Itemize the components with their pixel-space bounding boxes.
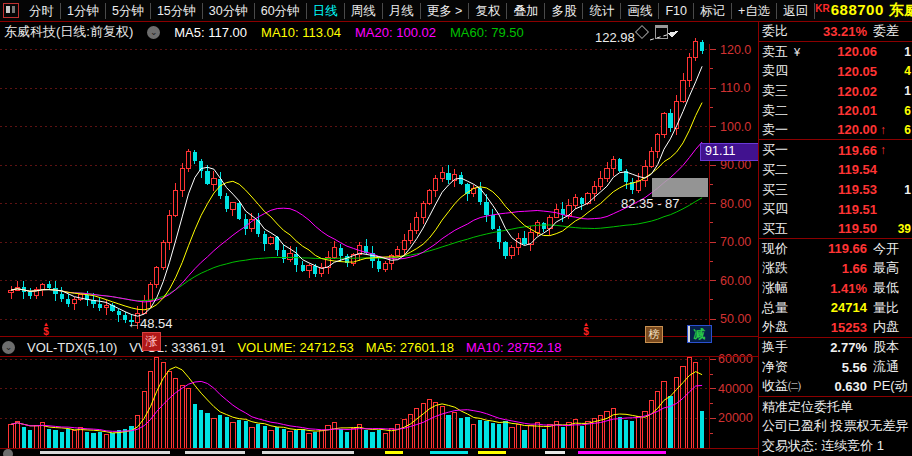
dollar-glyph: $ [580, 327, 592, 336]
svg-text:70.00: 70.00 [720, 235, 751, 249]
stock-identity: KR 688700 东威科技 [815, 1, 912, 20]
ask-label: 卖五 [762, 43, 794, 61]
info-label2: 量比 [873, 299, 911, 317]
yen-icon[interactable]: ¥ [794, 46, 806, 58]
info-value: 2.77% [806, 340, 867, 355]
info-label2: 今开 [873, 240, 911, 258]
info-label2: 最高 [873, 259, 911, 277]
info-label: 外盘 [762, 318, 806, 336]
svg-text:20000: 20000 [718, 411, 753, 425]
status-text: 交易状态: 连续竞价 1 [762, 437, 884, 455]
rise-stamp-marker[interactable]: 涨 [142, 332, 161, 351]
bid-price: 119.50 [806, 221, 877, 236]
info-label2: 内盘 [873, 318, 911, 336]
trading-status-row: 交易状态: 连续竞价 1 [759, 436, 912, 456]
info-row-turnover: 换手 2.77% 股本 [759, 338, 912, 358]
low-price-label: ←48.54 [127, 316, 173, 331]
ask-price: 120.00 [806, 122, 877, 137]
btn-return[interactable]: 返回 [777, 3, 815, 19]
link-precise-order[interactable]: 精准定位委托单 [759, 397, 912, 417]
ask-label: 卖三 [762, 82, 794, 100]
bid-row-5[interactable]: 买五 119.50 39 [759, 219, 912, 239]
info-row-networth: 净资 5.56 流通 [759, 357, 912, 377]
info-label: 换手 [762, 338, 806, 356]
chart-title: 东威科技(日线:前复权) [4, 23, 133, 41]
ask-label: 卖四 [762, 62, 794, 80]
ask-price: 120.02 [806, 84, 877, 99]
svg-text:40000: 40000 [718, 382, 753, 396]
ask-price: 120.05 [806, 64, 877, 79]
info-label: 净资 [762, 358, 806, 376]
reduction-badge[interactable]: 减 [687, 325, 712, 343]
status-text: 公司已盈利 投票权无差异 [762, 417, 909, 435]
info-row-change: 涨跌 1.66 最高 [759, 259, 912, 279]
bid-row-1[interactable]: 买一 119.66 ↑ [759, 140, 912, 160]
bid-label: 买一 [762, 141, 794, 159]
info-label2: PE(动 [873, 377, 911, 395]
svg-text:60000: 60000 [718, 352, 753, 366]
ask-qty: 6 [889, 123, 911, 137]
weicha-label: 委差 [873, 22, 911, 40]
info-value: 1.66 [806, 261, 867, 276]
ask-row-4[interactable]: 卖四 120.05 4 [759, 61, 912, 81]
volume-header: ⌄ VOL-TDX(5,10) VVOL: 33361.91 VOLUME: 2… [2, 339, 561, 355]
chevron-down-icon[interactable]: ⌄ [2, 341, 15, 354]
info-value: 5.56 [806, 360, 867, 375]
info-label: 现价 [762, 240, 806, 258]
ma10-readout: MA10: 113.04 [261, 25, 341, 40]
bid-qty: 1 [889, 183, 911, 197]
bid-label: 买五 [762, 220, 794, 238]
chart-header: 东威科技(日线:前复权) ⌄ MA5: 117.00 MA10: 113.04 … [4, 24, 524, 40]
stock-code: 688700 [831, 1, 884, 18]
ask-row-1[interactable]: 卖一 120.00 ↑ 6 [759, 121, 912, 141]
pane-divider [0, 356, 758, 357]
price-range-box [652, 178, 708, 197]
quote-panel: 委比 33.21% 委差 卖五 ¥ 120.06 1 卖四 120.05 4 卖… [758, 22, 912, 456]
chevron-down-icon[interactable]: ⌄ [147, 26, 160, 39]
ask-row-5[interactable]: 卖五 ¥ 120.06 1 [759, 42, 912, 62]
bid-price: 119.54 [806, 162, 877, 177]
vol-ma5-readout: MA5: 27601.18 [366, 340, 454, 355]
bid-price: 119.51 [806, 202, 877, 217]
ask-qty: 1 [889, 84, 911, 98]
text-sliver [545, 451, 565, 454]
weibi-label: 委比 [762, 22, 788, 40]
ask-row-3[interactable]: 卖三 120.02 1 [759, 81, 912, 101]
arrow-up-icon: ↑ [877, 143, 889, 157]
info-row-eps: 收益㈡ 0.630 PE(动 [759, 377, 912, 397]
info-label: 涨跌 [762, 259, 806, 277]
axis-price-badge: 91.11 [700, 143, 759, 161]
info-label2: 股本 [873, 338, 911, 356]
bid-qty: 39 [889, 222, 911, 236]
svg-text:110.0: 110.0 [720, 81, 750, 95]
info-row-pct: 涨幅 1.41% 最低 [759, 278, 912, 298]
clipped-indicator-row [0, 449, 758, 456]
dividend-marker-icon[interactable]: ▲ $ [40, 322, 52, 336]
vol-ma10-readout: MA10: 28752.18 [466, 340, 561, 355]
company-status-row: 公司已盈利 投票权无差异 [759, 416, 912, 436]
ask-price: 120.01 [806, 103, 877, 118]
info-label2: 流通 [873, 358, 911, 376]
bid-row-4[interactable]: 买四 119.51 [759, 199, 912, 219]
dollar-glyph: $ [40, 327, 52, 336]
ma5-readout: MA5: 117.00 [174, 25, 247, 40]
text-sliver [430, 451, 468, 454]
high-price-label: 122.98 [595, 30, 635, 45]
stock-name: 东威科技 [889, 1, 912, 20]
bid-row-3[interactable]: 买三 119.53 1 [759, 180, 912, 200]
bid-price: 119.53 [806, 182, 877, 197]
chart-corner-tools [637, 25, 668, 39]
diamond-icon[interactable] [635, 25, 649, 39]
chevron-down-icon[interactable] [3, 449, 13, 456]
window-icon[interactable] [655, 25, 668, 39]
candlestick-volume-chart[interactable]: 120.0110.0100.090.0080.0070.0060.0050.00… [0, 0, 758, 456]
lhb-badge[interactable]: 榜 [645, 326, 663, 343]
bid-label: 买四 [762, 200, 794, 218]
bid-row-2[interactable]: 买二 119.54 [759, 160, 912, 180]
info-label: 总量 [762, 299, 806, 317]
info-row-volume: 总量 24714 量比 [759, 298, 912, 318]
ask-label: 卖一 [762, 121, 794, 139]
dividend-marker-icon[interactable]: ▲ $ [580, 322, 592, 336]
ask-row-2[interactable]: 卖二 120.01 6 [759, 101, 912, 121]
info-value: 1.41% [806, 281, 867, 296]
